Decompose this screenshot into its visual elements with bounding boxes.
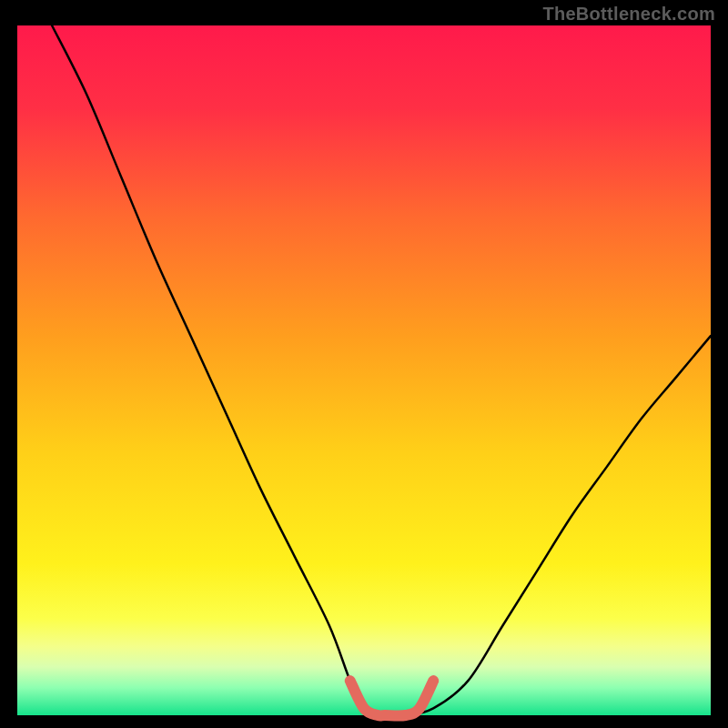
bottleneck-chart: [0, 0, 728, 728]
plot-area: [17, 25, 711, 715]
watermark-text: TheBottleneck.com: [542, 4, 715, 25]
chart-stage: TheBottleneck.com: [0, 0, 728, 728]
